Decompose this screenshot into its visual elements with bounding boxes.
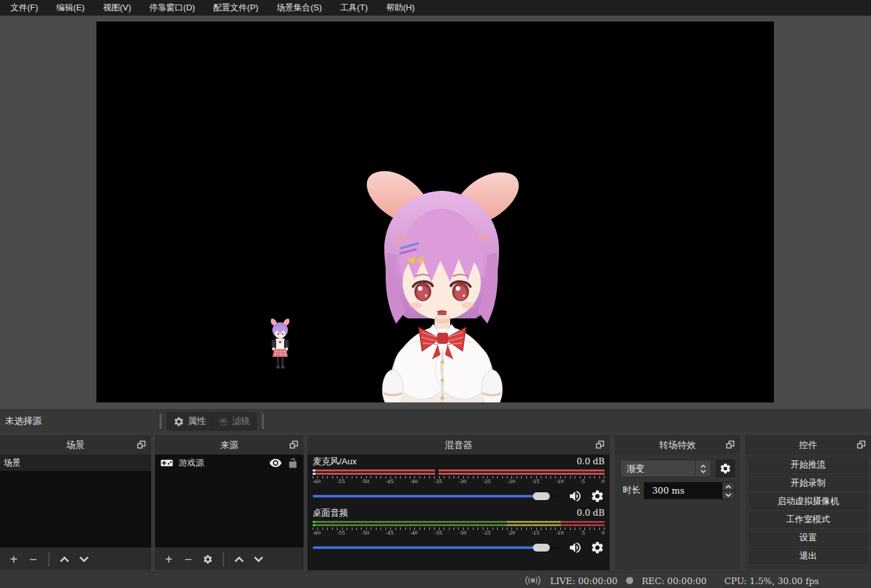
duration-increase-button[interactable] (722, 483, 734, 490)
db-tick-label: -25 (483, 479, 491, 485)
settings-button[interactable]: 设置 (749, 530, 867, 546)
start-streaming-button[interactable]: 开始推流 (749, 457, 867, 473)
source-properties-button[interactable] (201, 552, 215, 567)
move-scene-up-button[interactable] (57, 552, 72, 567)
gamepad-icon (160, 456, 173, 469)
db-tick-label: -10 (556, 479, 564, 485)
gear-icon[interactable] (590, 540, 605, 555)
cpu-fps-stats: CPU: 1.5%, 30.00 fps (724, 576, 819, 586)
preview-canvas[interactable] (96, 21, 774, 402)
source-toolbar: 未选择源 属性 滤镜 (0, 409, 871, 434)
popout-icon[interactable] (136, 440, 147, 450)
menu-file[interactable]: 文件(F) (1, 0, 48, 16)
preview-region (0, 16, 871, 409)
db-tick-label: -55 (337, 479, 345, 485)
controls-header: 控件 (745, 435, 871, 455)
menu-scene-collection[interactable]: 场景集合(S) (268, 0, 331, 16)
chevron-down-icon (253, 554, 264, 565)
remove-scene-button[interactable]: − (26, 552, 40, 567)
db-tick-label: -50 (362, 479, 369, 485)
scenes-list[interactable]: 场景 (0, 455, 151, 547)
status-bar: LIVE: 00:00:00 REC: 00:00:00 CPU: 1.5%, … (0, 572, 871, 588)
menu-edit[interactable]: 编辑(E) (48, 0, 94, 16)
popout-icon[interactable] (725, 440, 735, 450)
menu-bar: 文件(F) 编辑(E) 视图(V) 停靠窗口(D) 配置文件(P) 场景集合(S… (0, 0, 871, 16)
speaker-icon[interactable] (568, 540, 582, 555)
transition-properties-button[interactable] (716, 460, 735, 477)
menu-docks[interactable]: 停靠窗口(D) (140, 0, 204, 16)
speaker-icon[interactable] (568, 489, 582, 503)
controls-panel: 控件 开始推流 开始录制 启动虚拟摄像机 工作室模式 设置 退出 (745, 435, 871, 570)
properties-button[interactable]: 属性 (167, 412, 212, 430)
popout-icon[interactable] (856, 440, 866, 450)
gear-icon[interactable] (590, 489, 605, 503)
db-tick-label: -25 (483, 530, 491, 537)
add-source-button[interactable]: + (162, 552, 176, 567)
desktop-channel-name: 桌面音频 (313, 507, 348, 519)
gear-icon (719, 462, 732, 475)
slider-handle[interactable] (533, 492, 550, 500)
slider-handle[interactable] (533, 544, 550, 552)
source-name: 游戏源 (178, 457, 264, 469)
broadcast-icon (524, 575, 542, 586)
move-source-down-button[interactable] (251, 552, 266, 567)
menu-view[interactable]: 视图(V) (94, 0, 140, 16)
db-scale: -60-55-50-45-40-35-30-25-20-15-10-50 (313, 479, 605, 485)
start-recording-button[interactable]: 开始录制 (749, 475, 867, 491)
anime-character (357, 161, 526, 402)
move-source-up-button[interactable] (232, 552, 246, 567)
properties-label: 属性 (188, 415, 206, 427)
db-tick-label: -20 (507, 530, 515, 537)
db-tick-label: -5 (580, 479, 585, 485)
duration-input[interactable]: 300 ms (644, 482, 735, 499)
desktop-volume-slider[interactable] (313, 540, 560, 555)
filters-button[interactable]: 滤镜 (211, 412, 257, 430)
toolbar-separator (48, 552, 50, 567)
source-item[interactable]: 游戏源 (155, 455, 304, 471)
sources-header: 来源 (155, 435, 304, 455)
transitions-panel: 转场特效 渐变 时长 300 ms (615, 435, 740, 570)
filter-icon (218, 416, 229, 427)
transition-select[interactable]: 渐变 (620, 460, 711, 477)
duration-value: 300 ms (652, 485, 685, 496)
chevron-down-icon (725, 493, 732, 497)
studio-mode-button[interactable]: 工作室模式 (749, 512, 867, 527)
sources-panel: 来源 游戏源 + − (155, 435, 304, 570)
lock-open-icon[interactable] (287, 458, 298, 469)
db-tick-label: -15 (532, 530, 539, 537)
move-scene-down-button[interactable] (77, 552, 91, 567)
scenes-title: 场景 (0, 435, 151, 455)
duration-decrease-button[interactable] (722, 491, 734, 499)
db-tick-label: -30 (459, 479, 466, 485)
menu-help[interactable]: 帮助(H) (377, 0, 424, 16)
mixer-header: 混音器 (307, 435, 610, 455)
controls-body: 开始推流 开始录制 启动虚拟摄像机 工作室模式 设置 退出 (745, 455, 871, 570)
chevron-up-icon (234, 554, 244, 565)
db-tick-label: -50 (362, 530, 369, 537)
start-virtual-camera-button[interactable]: 启动虚拟摄像机 (749, 494, 867, 509)
visibility-eye-icon[interactable] (269, 456, 282, 469)
db-tick-label: -35 (435, 530, 442, 537)
remove-source-button[interactable]: − (181, 552, 195, 567)
popout-icon[interactable] (595, 440, 605, 450)
gear-icon (203, 554, 213, 565)
sources-list[interactable]: 游戏源 (155, 455, 304, 547)
popout-icon[interactable] (289, 440, 299, 450)
exit-button[interactable]: 退出 (749, 548, 867, 564)
desktop-db-value: 0.0 dB (577, 508, 605, 518)
mic-level-meter (313, 469, 605, 475)
desktop-level-meter (313, 521, 605, 526)
menu-tools[interactable]: 工具(T) (331, 0, 377, 16)
db-tick-label: -55 (337, 530, 345, 537)
mic-volume-slider[interactable] (313, 489, 560, 503)
scenes-toolbar: + − (0, 547, 151, 570)
record-dot-icon (626, 577, 633, 584)
scene-item[interactable]: 场景 (0, 455, 151, 471)
mic-db-value: 0.0 dB (577, 456, 605, 466)
combobox-arrows (695, 460, 711, 477)
db-scale: -60-55-50-45-40-35-30-25-20-15-10-50 (313, 530, 605, 537)
chevron-up-icon (725, 484, 732, 489)
duration-label: 时长 (623, 484, 640, 496)
menu-profile[interactable]: 配置文件(P) (204, 0, 267, 16)
add-scene-button[interactable]: + (7, 552, 21, 567)
